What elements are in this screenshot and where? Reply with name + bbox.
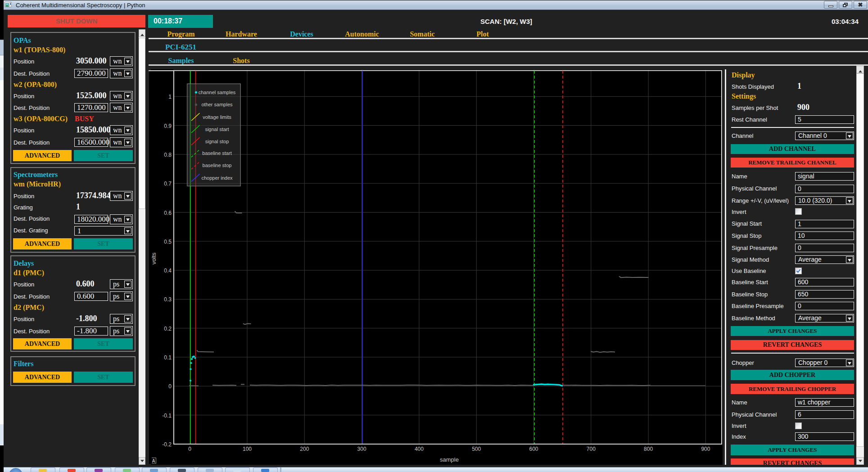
svg-text:100: 100	[243, 446, 252, 452]
svg-text:200: 200	[300, 446, 309, 452]
svg-text:0.3: 0.3	[164, 296, 172, 303]
svg-text:other samples: other samples	[201, 102, 233, 107]
svg-text:0: 0	[168, 383, 172, 390]
svg-text:A: A	[152, 458, 155, 463]
svg-text:900: 900	[701, 446, 710, 452]
svg-text:0.4: 0.4	[164, 268, 172, 274]
svg-text:voltage limits: voltage limits	[203, 114, 231, 120]
svg-text:chopper index: chopper index	[201, 175, 233, 181]
svg-text:volts: volts	[151, 252, 157, 264]
svg-text:0.1: 0.1	[164, 354, 172, 361]
svg-text:-0.2: -0.2	[162, 441, 172, 448]
svg-text:0.9: 0.9	[164, 123, 172, 129]
svg-text:0: 0	[188, 446, 191, 452]
svg-text:baseline start: baseline start	[202, 150, 231, 156]
svg-text:0.5: 0.5	[164, 239, 172, 245]
svg-text:-0.1: -0.1	[162, 413, 172, 419]
svg-text:0.2: 0.2	[164, 326, 172, 332]
svg-text:600: 600	[529, 446, 538, 452]
svg-text:baseline stop: baseline stop	[203, 163, 232, 168]
svg-text:0.8: 0.8	[164, 152, 172, 158]
svg-text:0.7: 0.7	[164, 181, 172, 187]
svg-text:400: 400	[415, 446, 424, 452]
svg-text:500: 500	[472, 446, 481, 452]
svg-text:800: 800	[644, 446, 653, 452]
svg-text:channel samples: channel samples	[199, 90, 236, 95]
svg-text:signal start: signal start	[205, 127, 229, 132]
svg-text:300: 300	[357, 446, 366, 452]
svg-text:700: 700	[587, 446, 596, 452]
svg-text:sample: sample	[440, 456, 459, 463]
svg-text:0.6: 0.6	[164, 210, 172, 216]
svg-text:signal stop: signal stop	[205, 139, 229, 144]
svg-text:1: 1	[168, 94, 172, 100]
